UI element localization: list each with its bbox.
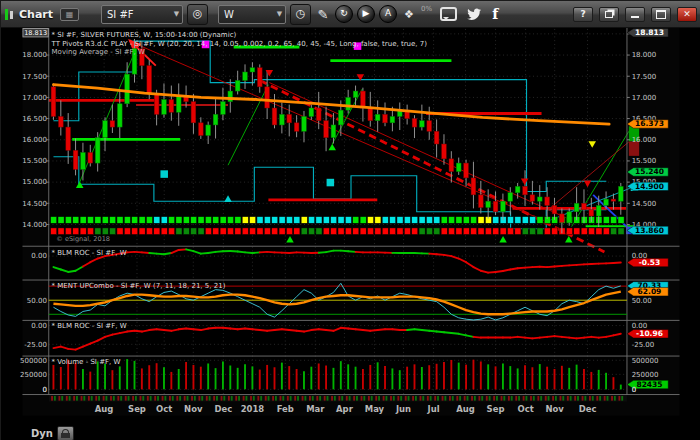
symbol-search-button[interactable]: ◎: [187, 4, 208, 25]
svg-text:Sep: Sep: [128, 404, 146, 414]
svg-text:Dec: Dec: [214, 404, 232, 414]
svg-text:18.000: 18.000: [22, 50, 47, 59]
svg-text:250000: 250000: [632, 370, 659, 379]
symbol-value: SI #F: [107, 9, 134, 20]
svg-text:* MENT UPCombo - SI #F, W (7,: * MENT UPCombo - SI #F, W (7, 11, 18, 21…: [52, 281, 226, 290]
svg-text:15.500: 15.500: [632, 156, 657, 165]
svg-text:17.500: 17.500: [22, 72, 47, 81]
svg-text:Sep: Sep: [487, 404, 505, 414]
draw-pencil-button[interactable]: ✎: [315, 7, 331, 22]
svg-text:15.240: 15.240: [635, 167, 664, 176]
svg-text:50.00: 50.00: [27, 296, 47, 305]
svg-text:0: 0: [632, 385, 636, 394]
svg-text:17.500: 17.500: [632, 72, 657, 81]
svg-text:14.000: 14.000: [22, 220, 47, 229]
svg-text:Mar: Mar: [306, 404, 325, 414]
maximize-button[interactable]: [651, 7, 671, 22]
svg-text:14.900: 14.900: [635, 182, 664, 191]
svg-text:0.00: 0.00: [31, 251, 47, 260]
svg-text:Feb: Feb: [277, 404, 294, 414]
symbol-combo[interactable]: SI #F▼: [101, 5, 183, 24]
svg-text:18.813: 18.813: [24, 29, 47, 37]
svg-text:* Volume - SI #F, W: * Volume - SI #F, W: [52, 357, 121, 366]
svg-text:0.00: 0.00: [632, 321, 648, 330]
svg-text:* BLM ROC - SI #F, W: * BLM ROC - SI #F, W: [52, 321, 127, 330]
svg-text:14.500: 14.500: [632, 199, 657, 208]
eraser-tool-button[interactable]: ❖: [401, 8, 417, 21]
svg-text:May: May: [365, 404, 385, 414]
svg-text:0: 0: [42, 385, 46, 394]
svg-text:Dec: Dec: [579, 404, 597, 414]
redo-tool-button[interactable]: ↻: [335, 5, 353, 23]
chart-window-icon: [5, 7, 14, 22]
interval-value: W: [224, 9, 234, 20]
svg-text:15.000: 15.000: [22, 177, 47, 186]
chart-canvas[interactable]: 18.50018.50018.00018.00017.50017.50017.0…: [1, 28, 700, 440]
svg-text:Nov: Nov: [184, 404, 203, 414]
svg-text:Apr: Apr: [336, 404, 354, 414]
time-template-button[interactable]: ◷: [290, 4, 311, 25]
svg-text:82435: 82435: [636, 380, 662, 389]
play-replay-button[interactable]: ▶: [357, 5, 375, 23]
svg-text:16.000: 16.000: [22, 135, 47, 144]
layout-grid-badge-icon: ▦: [60, 8, 79, 21]
minimize-button[interactable]: [625, 7, 645, 22]
svg-text:17.000: 17.000: [22, 93, 47, 102]
svg-text:0.00: 0.00: [632, 251, 648, 260]
svg-text:50.00: 50.00: [632, 296, 652, 305]
svg-text:-25.00: -25.00: [632, 340, 655, 349]
svg-text:Aug: Aug: [456, 404, 475, 414]
close-button[interactable]: ✕: [677, 7, 697, 22]
percent-change-button[interactable]: 0%: [421, 5, 432, 13]
dyn-label: Dyn: [31, 428, 53, 439]
svg-text:13.860: 13.860: [635, 226, 664, 235]
chevron-down-icon: ▼: [174, 10, 179, 18]
restore-window-button[interactable]: [599, 7, 619, 22]
svg-text:2018: 2018: [241, 404, 265, 414]
svg-text:Oct: Oct: [156, 404, 172, 414]
interval-combo[interactable]: W▼: [218, 5, 286, 24]
svg-text:Oct: Oct: [517, 404, 533, 414]
svg-text:Nov: Nov: [546, 404, 565, 414]
svg-text:18.813: 18.813: [635, 28, 664, 37]
chat-icon[interactable]: [440, 7, 457, 21]
facebook-icon[interactable]: f: [492, 6, 498, 22]
toolbar: Chart ▦ SI #F▼ ◎ W▼ ◷ ✎ ↻ ▶ A ❖ 0% f ? ✕: [1, 1, 700, 28]
svg-text:© eSignal, 2018: © eSignal, 2018: [56, 235, 110, 243]
svg-text:-25.00: -25.00: [24, 340, 47, 349]
auto-trade-button[interactable]: A: [379, 5, 397, 23]
twitter-icon[interactable]: [466, 8, 482, 21]
svg-text:16.000: 16.000: [632, 135, 657, 144]
dyn-timeframe-control[interactable]: Dyn: [31, 426, 74, 440]
svg-text:Aug: Aug: [95, 404, 114, 414]
svg-text:-10.96: -10.96: [636, 329, 663, 338]
chevron-down-icon: ▼: [277, 10, 282, 18]
svg-text:14.500: 14.500: [22, 199, 47, 208]
svg-text:* BLM ROC - SI #F, W: * BLM ROC - SI #F, W: [52, 248, 127, 257]
lock-icon[interactable]: [57, 426, 74, 440]
svg-text:0.00: 0.00: [31, 321, 47, 330]
svg-text:Moving Average - SI #F, W: Moving Average - SI #F, W: [52, 47, 146, 56]
svg-text:250000: 250000: [20, 370, 47, 379]
svg-text:15.500: 15.500: [22, 156, 47, 165]
help-button[interactable]: ?: [573, 7, 593, 22]
svg-text:18.000: 18.000: [632, 50, 657, 59]
svg-text:500000: 500000: [20, 356, 47, 365]
svg-text:16.500: 16.500: [22, 114, 47, 123]
svg-text:Jul: Jul: [427, 404, 440, 414]
svg-text:Jun: Jun: [395, 404, 411, 414]
svg-text:17.000: 17.000: [632, 93, 657, 102]
svg-text:16.373: 16.373: [635, 119, 664, 128]
window-title: Chart: [19, 8, 53, 21]
chart-window: Chart ▦ SI #F▼ ◎ W▼ ◷ ✎ ↻ ▶ A ❖ 0% f ? ✕…: [0, 0, 700, 440]
svg-text:500000: 500000: [632, 356, 659, 365]
